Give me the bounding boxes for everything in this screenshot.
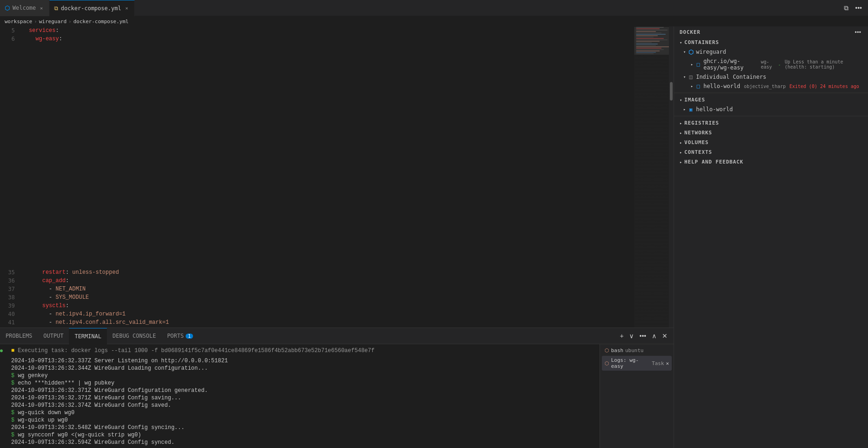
split-editor-button[interactable]: ⧉: [842, 3, 851, 13]
individual-containers-chevron: ▾: [683, 75, 686, 79]
minimap: [634, 26, 674, 328]
hello-world-label: hello-world: [703, 83, 740, 89]
individual-containers-icon: ◫: [687, 74, 694, 80]
tab-problems[interactable]: PROBLEMS: [0, 328, 38, 344]
code-line-6: wg-easy:: [22, 35, 634, 43]
wireguard-compose-group[interactable]: ▾ ⬡ wireguard: [674, 47, 868, 57]
logs-label: Logs: wg-easy: [611, 357, 650, 369]
tab-debug-console-label: DEBUG CONSOLE: [112, 333, 156, 339]
main-area: 5 6: [0, 26, 868, 448]
terminal-line-5: 2024-10-09T13:26:32.371Z WireGuard Confi…: [11, 387, 595, 394]
docker-header: DOCKER •••: [674, 26, 868, 38]
terminal-line-12: 2024-10-09T13:26:32.594Z WireGuard Confi…: [11, 439, 595, 446]
wg-easy-path: ghcr.io/wg-easy/wg-easy: [703, 58, 757, 71]
images-divider: [674, 116, 868, 116]
docker-header-title: DOCKER: [680, 29, 700, 35]
individual-containers-label: Individual Containers: [696, 74, 766, 80]
hello-world-item[interactable]: ▸ □ hello-world objective_tharp Exited (…: [674, 82, 868, 91]
code-line-38: - SYS_MODULE: [22, 293, 634, 302]
hello-world-image-item[interactable]: ▸ ▣ hello-world: [674, 105, 868, 114]
terminal-line-2: 2024-10-09T13:26:32.344Z WireGuard Loadi…: [11, 365, 595, 372]
terminal-more-button[interactable]: •••: [637, 331, 649, 341]
terminal-line-10: 2024-10-09T13:26:32.548Z WireGuard Confi…: [11, 424, 595, 431]
terminal-tab-actions: + ∨ ••• ∧ ✕: [618, 331, 674, 341]
terminal-line-4: $ echo ***hidden*** | wg pubkey: [11, 379, 595, 387]
tab-output[interactable]: OUTPUT: [38, 328, 69, 344]
code-line-40: - net.ipv4.ip_forward=1: [22, 310, 634, 318]
images-section-header[interactable]: ▾ IMAGES: [674, 95, 868, 105]
new-terminal-button[interactable]: +: [618, 331, 626, 341]
bash-process-item[interactable]: ⬡ bash ubuntu: [602, 346, 672, 355]
logs-close-icon[interactable]: ✕: [666, 360, 669, 366]
tab-output-label: OUTPUT: [44, 333, 63, 339]
help-chevron: ▸: [680, 160, 682, 164]
bash-icon: ⬡: [605, 347, 609, 353]
images-chevron-down: ▾: [680, 98, 682, 102]
editor-content[interactable]: 5 6: [0, 26, 674, 328]
networks-chevron: ▸: [680, 131, 682, 135]
networks-label: NETWORKS: [684, 130, 712, 136]
containers-chevron-down: ▾: [680, 40, 682, 45]
tab-welcome-close[interactable]: ✕: [39, 5, 44, 12]
hello-world-image-chevron: ▸: [683, 107, 686, 112]
breadcrumb-workspace[interactable]: workspace: [5, 19, 32, 25]
wg-easy-name-badge: wg-easy: [761, 59, 774, 69]
help-section[interactable]: ▸ HELP AND FEEDBACK: [674, 157, 868, 167]
terminal-launch-menu[interactable]: ∨: [627, 331, 636, 341]
code-line-37: - NET_ADMIN: [22, 285, 634, 293]
terminal-line-11: $ wg syncconf wg0 <(wg-quick strip wg0): [11, 431, 595, 439]
wg-easy-item[interactable]: ▸ □ ghcr.io/wg-easy/wg-easy wg-easy - Up…: [674, 57, 868, 72]
volumes-section[interactable]: ▸ VOLUMES: [674, 138, 868, 147]
terminal-process-panel: ⬡ bash ubuntu ⬡ Logs: wg-easy Task ✕: [599, 344, 674, 448]
bash-label: bash: [611, 347, 624, 353]
terminal-line-9: $ wg-quick up wg0: [11, 416, 595, 424]
containers-section-header[interactable]: ▾ CONTAINERS: [674, 38, 868, 47]
breadcrumb-sep2: ›: [69, 19, 72, 25]
docker-header-actions: •••: [853, 29, 862, 36]
compose-icon: ⬡: [687, 49, 694, 55]
line-numbers: 5 6: [0, 26, 19, 328]
code-line-41: - net.ipv4.conf.all.src_valid_mark=1: [22, 318, 634, 327]
tab-bar-actions: ⧉ •••: [842, 3, 868, 13]
terminal-area: PROBLEMS OUTPUT TERMINAL DEBUG CONSOLE P…: [0, 328, 674, 448]
more-actions-button[interactable]: •••: [853, 3, 864, 13]
tab-ports-label: PORTS: [167, 333, 184, 339]
contexts-section[interactable]: ▸ CONTEXTS: [674, 147, 868, 157]
breadcrumb-wireguard[interactable]: wireguard: [39, 19, 67, 25]
docker-more-button[interactable]: •••: [853, 29, 862, 36]
hello-world-name-badge: objective_tharp: [744, 84, 786, 89]
logs-process-item[interactable]: ⬡ Logs: wg-easy Task ✕: [602, 356, 672, 371]
contexts-chevron: ▸: [680, 150, 682, 155]
code-line-35: restart: unless-stopped: [22, 268, 634, 277]
wg-easy-chevron-right: ▸: [691, 62, 693, 67]
terminal-line-3: $ wg genkey: [11, 372, 595, 379]
tab-welcome[interactable]: ⬡ Welcome ✕: [0, 0, 50, 16]
tab-docker-compose-label: docker-compose.yml: [61, 5, 121, 12]
breadcrumb: workspace › wireguard › docker-compose.y…: [0, 16, 868, 26]
breadcrumb-sep1: ›: [34, 19, 37, 25]
tab-ports[interactable]: PORTS 1: [162, 328, 199, 344]
breadcrumb-file[interactable]: docker-compose.yml: [73, 19, 128, 25]
tab-terminal[interactable]: TERMINAL: [69, 328, 107, 344]
registries-section[interactable]: ▸ REGISTRIES: [674, 118, 868, 128]
hello-world-chevron: ▸: [691, 84, 693, 88]
terminal-line-1: 2024-10-09T13:26:32.337Z Server Listenin…: [11, 357, 595, 365]
networks-section[interactable]: ▸ NETWORKS: [674, 128, 868, 138]
code-area[interactable]: services: wg-easy:: [19, 26, 634, 328]
terminal-main[interactable]: ■ Executing task: docker logs --tail 100…: [6, 344, 599, 448]
wireguard-label: wireguard: [696, 49, 726, 55]
terminal-maximize-button[interactable]: ∧: [649, 331, 659, 341]
tab-debug-console[interactable]: DEBUG CONSOLE: [107, 328, 162, 344]
ports-badge: 1: [186, 334, 193, 339]
images-section-label: IMAGES: [684, 97, 705, 103]
terminal-gutter: ●: [0, 344, 6, 448]
terminal-close-button[interactable]: ✕: [660, 331, 670, 341]
individual-containers-item[interactable]: ▾ ◫ Individual Containers: [674, 72, 868, 82]
tab-docker-compose-close[interactable]: ✕: [124, 5, 130, 12]
tab-docker-compose[interactable]: ⧉ docker-compose.yml ✕: [50, 0, 135, 16]
hello-world-status: Exited (0) 24 minutes ago: [789, 84, 859, 89]
editor-area: 5 6: [0, 26, 674, 448]
terminal-task-line: ■ Executing task: docker logs --tail 100…: [11, 347, 595, 354]
volumes-label: VOLUMES: [684, 139, 709, 145]
container-icon: □: [695, 61, 701, 68]
